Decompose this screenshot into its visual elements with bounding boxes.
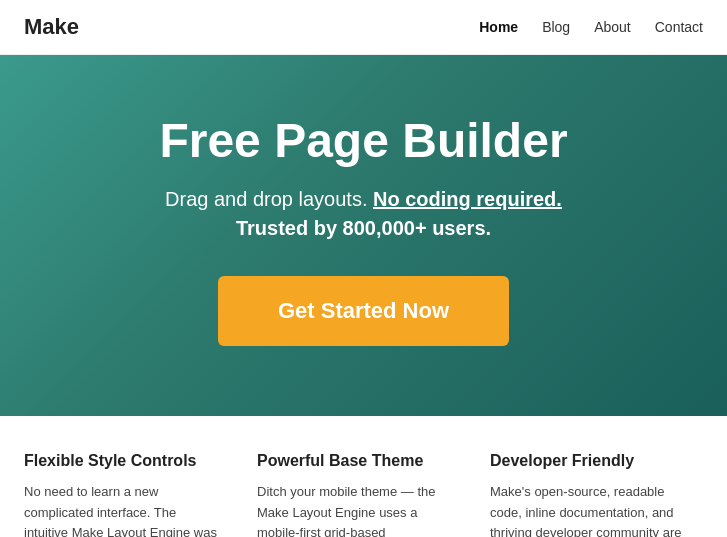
feature-text-2: Ditch your mobile theme — the Make Layou… bbox=[257, 482, 450, 537]
feature-text-3: Make's open-source, readable code, inlin… bbox=[490, 482, 683, 537]
nav-link-blog[interactable]: Blog bbox=[542, 19, 570, 35]
main-nav: Home Blog About Contact bbox=[479, 19, 703, 35]
hero-subtitle: Drag and drop layouts. No coding require… bbox=[40, 188, 687, 211]
nav-item-blog[interactable]: Blog bbox=[542, 19, 570, 35]
nav-item-about[interactable]: About bbox=[594, 19, 631, 35]
feature-text-1: No need to learn a new complicated inter… bbox=[24, 482, 217, 537]
nav-item-contact[interactable]: Contact bbox=[655, 19, 703, 35]
nav-link-home[interactable]: Home bbox=[479, 19, 518, 35]
hero-subtitle-plain: Drag and drop layouts. bbox=[165, 188, 367, 210]
feature-col-1: Flexible Style Controls No need to learn… bbox=[24, 452, 237, 537]
nav-item-home[interactable]: Home bbox=[479, 19, 518, 35]
feature-title-2: Powerful Base Theme bbox=[257, 452, 450, 470]
features-section: Flexible Style Controls No need to learn… bbox=[0, 416, 727, 537]
hero-subtitle-underline: No coding required. bbox=[373, 188, 562, 210]
site-header: Make Home Blog About Contact bbox=[0, 0, 727, 55]
nav-link-about[interactable]: About bbox=[594, 19, 631, 35]
nav-link-contact[interactable]: Contact bbox=[655, 19, 703, 35]
hero-section: Free Page Builder Drag and drop layouts.… bbox=[0, 55, 727, 416]
hero-subtitle2: Trusted by 800,000+ users. bbox=[40, 217, 687, 240]
site-logo: Make bbox=[24, 14, 79, 40]
feature-title-3: Developer Friendly bbox=[490, 452, 683, 470]
cta-button[interactable]: Get Started Now bbox=[218, 276, 509, 346]
feature-col-2: Powerful Base Theme Ditch your mobile th… bbox=[237, 452, 470, 537]
nav-list: Home Blog About Contact bbox=[479, 19, 703, 35]
feature-title-1: Flexible Style Controls bbox=[24, 452, 217, 470]
feature-col-3: Developer Friendly Make's open-source, r… bbox=[470, 452, 703, 537]
hero-title: Free Page Builder bbox=[40, 115, 687, 168]
